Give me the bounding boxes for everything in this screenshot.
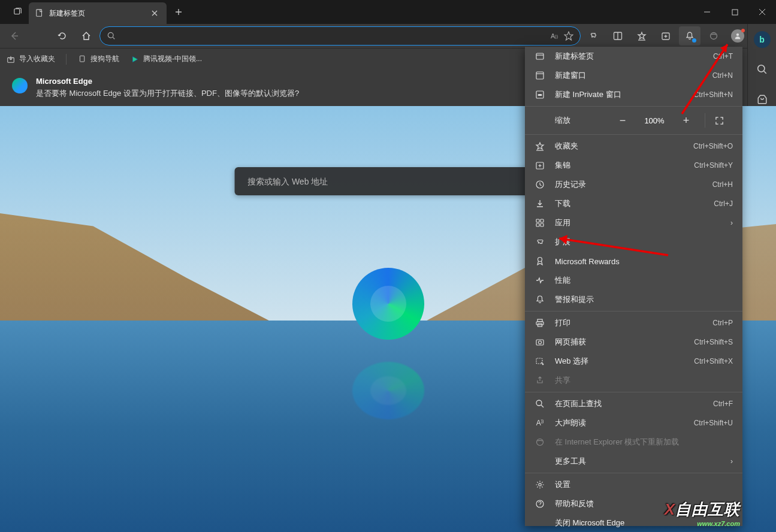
bell-icon [535,294,545,305]
tab-actions-button[interactable] [7,1,29,23]
menu-webcapture[interactable]: 网页捕获 Ctrl+Shift+S [525,332,742,352]
menu-history[interactable]: 历史记录 Ctrl+H [525,175,742,194]
menu-new-tab[interactable]: 新建标签页 Ctrl+T [525,47,742,66]
window-maximize-button[interactable] [721,0,748,24]
bing-icon: b [754,31,771,48]
menu-performance[interactable]: 性能 [525,271,742,290]
newtab-search-box[interactable] [234,167,542,195]
apps-icon [535,217,545,228]
svg-point-8 [711,33,717,40]
import-favorites-button[interactable]: 导入收藏夹 [6,54,55,64]
svg-point-9 [736,34,739,36]
menu-new-inprivate[interactable]: 新建 InPrivate 窗口 Ctrl+Shift+N [525,85,742,104]
newtab-search-input[interactable] [247,177,542,186]
import-icon [6,55,16,64]
bookmark-item-1[interactable]: 搜狗导航 [77,54,119,64]
menu-extensions[interactable]: 扩展 [525,232,742,252]
menu-downloads[interactable]: 下载 Ctrl+J [525,194,742,213]
settings-dropdown-menu: 新建标签页 Ctrl+T 新建窗口 Ctrl+N 新建 InPrivate 窗口… [525,47,742,526]
sidebar-search-button[interactable] [753,60,772,79]
gear-icon [535,479,545,490]
menu-rewards[interactable]: Microsoft Rewards [525,252,742,271]
tencent-video-icon [130,55,140,64]
favorite-star-icon[interactable] [562,29,575,43]
svg-point-46 [537,439,543,446]
edge-icon [12,78,28,93]
find-icon [535,398,545,409]
extensions-button[interactable] [583,26,605,46]
svg-point-13 [757,65,764,72]
window-minimize-button[interactable] [693,0,721,24]
zoom-in-button[interactable]: + [677,114,695,127]
zoom-value: 100% [641,116,668,125]
reading-mode-icon[interactable]: A)) [548,29,561,43]
browser-tab[interactable]: 新建标签页 [29,2,167,24]
svg-point-45 [536,400,542,406]
menu-close-edge[interactable]: 关闭 Microsoft Edge [525,513,742,532]
download-icon [535,198,545,209]
svg-rect-37 [541,223,543,226]
svg-rect-41 [538,324,542,327]
import-favorites-label: 导入收藏夹 [19,54,55,64]
menu-favorites[interactable]: 收藏夹 Ctrl+Shift+O [525,137,742,156]
page-icon [77,55,87,64]
new-window-icon [535,70,545,81]
new-tab-icon [535,51,545,62]
menu-readaloud[interactable]: A)) 大声朗读 Ctrl+Shift+U [525,413,742,433]
favorites-button[interactable] [631,26,653,46]
tab-page-icon [35,8,44,18]
menu-share: 共享 [525,371,742,390]
svg-rect-34 [536,219,539,222]
menu-iemode: 在 Internet Explorer 模式下重新加载 [525,433,742,452]
svg-point-43 [539,341,542,344]
split-screen-button[interactable] [607,26,629,46]
menu-zoom-row: 缩放 − 100% + [525,108,742,132]
new-tab-button[interactable] [170,4,187,20]
menu-help[interactable]: 帮助和反馈 › [525,494,742,513]
menu-collections[interactable]: 集锦 Ctrl+Shift+Y [525,156,742,175]
print-icon [535,318,545,328]
home-button[interactable] [76,26,97,46]
profile-button[interactable] [727,26,748,46]
tab-close-button[interactable] [149,7,161,19]
svg-rect-24 [80,56,84,62]
svg-rect-42 [536,340,543,345]
fullscreen-button[interactable] [715,116,733,125]
menu-settings[interactable]: 设置 [525,475,742,494]
ie-icon [535,437,545,448]
menu-apps[interactable]: 应用 › [525,213,742,232]
search-icon [105,29,118,43]
menu-find[interactable]: 在页面上查找 Ctrl+F [525,394,742,413]
bookmark-label-1: 搜狗导航 [90,54,119,64]
chevron-right-icon: › [730,219,733,227]
edge-logo-icon [352,268,424,340]
svg-point-38 [538,258,542,262]
history-icon [535,179,545,190]
rewards-icon [535,256,545,267]
address-input[interactable] [122,32,544,41]
menu-print[interactable]: 打印 Ctrl+P [525,313,742,332]
svg-rect-40 [536,322,543,325]
zoom-out-button[interactable]: − [614,114,632,127]
menu-new-window[interactable]: 新建窗口 Ctrl+N [525,66,742,85]
chevron-right-icon: › [730,457,733,466]
svg-rect-2 [732,10,738,15]
menu-alerts[interactable]: 警报和提示 [525,290,742,309]
profile-notification-dot [741,29,745,32]
svg-rect-27 [536,72,543,79]
menu-moretools[interactable]: 更多工具 › [525,452,742,471]
bookmark-item-2[interactable]: 腾讯视频-中国领... [130,54,202,64]
star-icon [535,141,545,152]
ie-mode-button[interactable] [703,26,724,46]
refresh-button[interactable] [52,26,73,46]
toolbar: A)) [0,24,776,48]
notifications-button[interactable] [679,26,700,46]
sidebar-bing-button[interactable]: b [753,30,772,49]
help-icon [535,498,545,509]
collections-button[interactable] [655,26,677,46]
menu-webselect[interactable]: Web 选择 Ctrl+Shift+X [525,352,742,371]
address-bar[interactable]: A)) [99,26,581,46]
extensions-icon [535,237,545,247]
window-close-button[interactable] [748,0,776,24]
chevron-right-icon: › [730,500,733,508]
